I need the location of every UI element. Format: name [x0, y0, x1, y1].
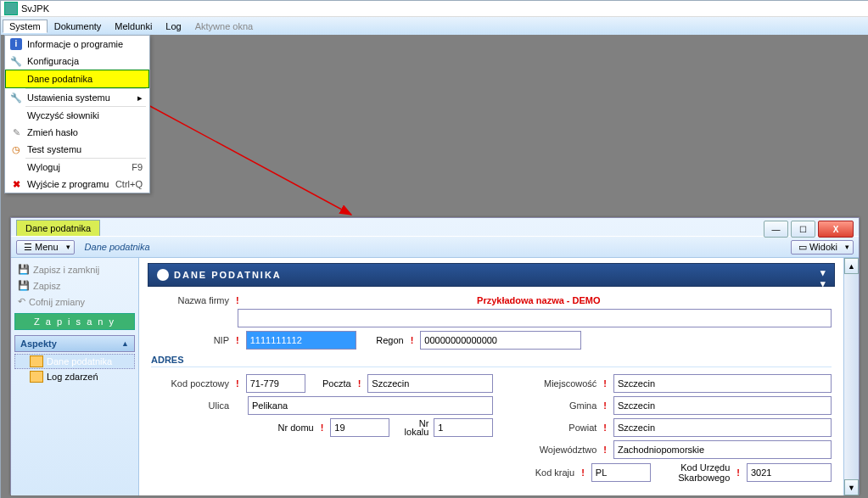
dropdown-test[interactable]: ◷ Test systemu	[5, 141, 149, 158]
label-kodkraju: Kod kraju	[518, 467, 574, 478]
left-panel: 💾 Zapisz i zamknij 💾 Zapisz ↶ Cofnij zmi…	[11, 258, 139, 495]
label-nrdomu: Nr domu	[277, 422, 313, 433]
child-tabstrip: Dane podatnika — ☐ X	[11, 218, 859, 236]
input-nrdomu[interactable]	[330, 418, 389, 437]
window-close-button[interactable]: X	[818, 221, 854, 238]
label-gmina: Gmina	[518, 400, 596, 411]
action-zapisz[interactable]: 💾 Zapisz	[14, 277, 135, 294]
form-content: DANE PODATNIKA ▾▾ Nazwa firmy ! Przykład…	[139, 258, 843, 495]
scroll-up-button[interactable]: ▲	[844, 258, 859, 274]
window-titlebar: SvJPK	[1, 1, 868, 17]
input-kod[interactable]	[246, 374, 305, 393]
input-miejsc[interactable]	[613, 374, 832, 393]
action-zapisz-zamknij[interactable]: 💾 Zapisz i zamknij	[14, 261, 135, 277]
collapse-icon: ▲	[121, 339, 129, 348]
save-icon: 💾	[18, 280, 30, 291]
label-nip: NIP	[151, 335, 229, 345]
label-woj: Województwo	[518, 445, 596, 455]
input-ulica[interactable]	[248, 396, 493, 415]
dropdown-dane-podatnika[interactable]: Dane podatnika	[5, 70, 149, 88]
label-nrlokalu: Nr lokalu	[395, 419, 428, 436]
vertical-scrollbar[interactable]: ▲ ▼	[843, 258, 859, 495]
child-toolbar: ☰ Menu Dane podatnika ▭ Widoki	[11, 236, 859, 258]
clock-icon: ◷	[8, 142, 24, 157]
dropdown-wyczysc[interactable]: Wyczyść słowniki	[5, 107, 149, 124]
label-ulica: Ulica	[151, 400, 229, 411]
demo-text: Przykładowa nazwa - DEMO	[246, 295, 832, 305]
tree-log-zdarzen[interactable]: Log zdarzeń	[14, 369, 135, 384]
widoki-button[interactable]: ▭ Widoki	[791, 240, 854, 255]
input-woj[interactable]	[613, 440, 832, 459]
label-miejsc: Miejscowość	[518, 378, 596, 389]
right-pane: DANE PODATNIKA ▾▾ Nazwa firmy ! Przykład…	[139, 258, 859, 495]
wrench-icon: 🔧	[8, 90, 24, 105]
input-gmina[interactable]	[613, 396, 832, 415]
svg-line-0	[147, 104, 351, 215]
tab-dane-podatnika[interactable]: Dane podatnika	[16, 220, 100, 236]
info-icon: i	[10, 38, 22, 50]
wrench-icon: 🔧	[8, 53, 24, 69]
label-poczta: Poczta	[311, 378, 351, 389]
input-powiat[interactable]	[613, 418, 832, 437]
app-icon	[4, 2, 18, 15]
person-icon	[157, 269, 169, 281]
aspekty-header[interactable]: Aspekty ▲	[14, 335, 135, 352]
scroll-down-button[interactable]: ▼	[844, 479, 859, 495]
menu-meldunki[interactable]: Meldunki	[108, 20, 159, 33]
submenu-arrow-icon: ▸	[137, 92, 143, 104]
input-regon[interactable]	[420, 331, 581, 350]
input-nazwa[interactable]	[238, 309, 832, 327]
window-title: SvJPK	[21, 3, 49, 14]
menu-bar: System Dokumenty Meldunki Log Aktywne ok…	[1, 17, 868, 36]
input-nrlokalu[interactable]	[434, 418, 493, 437]
undo-icon: ↶	[18, 296, 25, 307]
view-icon: ▭	[798, 242, 809, 252]
label-regon: Regon	[361, 335, 404, 345]
key-icon: ✎	[8, 125, 24, 140]
save-close-icon: 💾	[18, 264, 30, 275]
window-maximize-button[interactable]: ☐	[791, 221, 815, 238]
section-header[interactable]: DANE PODATNIKA ▾▾	[148, 263, 835, 287]
dropdown-zmien-haslo[interactable]: ✎ Zmień hasło	[5, 124, 149, 141]
aspekty-tree: Dane podatnika Log zdarzeń	[14, 354, 135, 384]
label-powiat: Powiat	[518, 422, 596, 433]
folder-icon	[30, 371, 43, 383]
close-icon: ✖	[8, 176, 24, 192]
folder-icon	[30, 355, 43, 367]
tree-dane-podatnika[interactable]: Dane podatnika	[14, 354, 135, 369]
menu-button[interactable]: ☰ Menu	[16, 240, 75, 255]
status-zapisany: Z a p i s a n y	[14, 313, 135, 330]
window-minimize-button[interactable]: —	[764, 221, 788, 238]
input-kodurz[interactable]	[747, 463, 832, 482]
input-poczta[interactable]	[367, 374, 493, 393]
input-kodkraju[interactable]	[591, 463, 651, 482]
menu-system[interactable]: System	[3, 20, 48, 33]
label-nazwa: Nazwa firmy	[151, 295, 229, 305]
dropdown-info[interactable]: i Informacje o programie	[5, 36, 149, 53]
dropdown-ustawienia[interactable]: 🔧 Ustawienia systemu ▸	[5, 89, 149, 106]
menu-log[interactable]: Log	[159, 20, 188, 33]
list-icon: ☰	[24, 242, 35, 252]
panel-title: Dane podatnika	[85, 242, 150, 252]
menu-dokumenty[interactable]: Dokumenty	[48, 20, 109, 33]
dropdown-wyloguj[interactable]: Wyloguj F9	[5, 159, 149, 176]
child-window: Dane podatnika — ☐ X ☰ Menu Dane podatni…	[10, 217, 860, 495]
chevron-down-icon: ▾▾	[820, 267, 827, 289]
dropdown-konfiguracja[interactable]: 🔧 Konfiguracja	[5, 53, 149, 70]
input-nip[interactable]	[246, 331, 356, 350]
system-dropdown: i Informacje o programie 🔧 Konfiguracja …	[4, 35, 150, 193]
dropdown-wyjscie[interactable]: ✖ Wyjście z programu Ctrl+Q	[5, 176, 149, 193]
section-adres: ADRES	[151, 355, 832, 367]
label-kodurz: Kod Urzędu Skarbowego	[656, 462, 731, 483]
action-cofnij[interactable]: ↶ Cofnij zmiany	[14, 294, 135, 310]
menu-aktywne-okna[interactable]: Aktywne okna	[188, 20, 260, 33]
label-kod: Kod pocztowy	[151, 378, 229, 389]
